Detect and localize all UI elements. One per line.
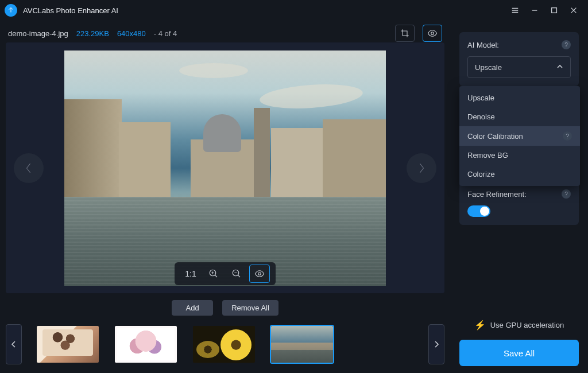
thumbnail-3[interactable] <box>193 326 255 363</box>
thumbnail-4[interactable] <box>271 326 333 363</box>
ai-model-dropdown: Upscale Denoise Color Calibration ? Remo… <box>459 86 580 186</box>
hamburger-menu-button[interactable] <box>505 2 525 19</box>
file-size: 223.29KB <box>76 29 109 38</box>
maximize-button[interactable] <box>544 2 564 19</box>
thumb-scroll-left[interactable] <box>6 324 22 364</box>
model-option-color-calibration[interactable]: Color Calibration ? <box>459 126 580 146</box>
svg-point-1 <box>431 32 434 35</box>
help-icon[interactable]: ? <box>562 40 571 49</box>
gpu-label: Use GPU acceleration <box>490 321 564 329</box>
ai-model-select[interactable]: Upscale <box>467 56 571 78</box>
minimize-button[interactable] <box>525 2 544 19</box>
preview-image <box>64 50 386 286</box>
zoom-in-button[interactable] <box>203 265 224 283</box>
crop-button[interactable] <box>395 25 415 42</box>
file-dimensions: 640x480 <box>117 29 146 38</box>
ai-model-panel: AI Model: ? Upscale Upscale Denoise Colo… <box>459 32 579 86</box>
prev-image-button[interactable] <box>14 153 44 183</box>
option-label: Color Calibration <box>467 132 523 141</box>
compare-preview-button[interactable] <box>249 265 270 283</box>
model-option-upscale[interactable]: Upscale <box>459 88 580 107</box>
thumbnail-1[interactable] <box>37 326 99 363</box>
face-refinement-label: Face Refinement: <box>467 190 527 199</box>
bolt-icon: ⚡ <box>474 320 486 331</box>
image-preview-area: 1:1 <box>6 42 444 293</box>
add-button[interactable]: Add <box>172 300 213 316</box>
model-option-denoise[interactable]: Denoise <box>459 107 580 126</box>
file-info-bar: demo-image-4.jpg 223.29KB 640x480 - 4 of… <box>6 24 444 42</box>
zoom-fit-button[interactable]: 1:1 <box>180 265 201 283</box>
zoom-toolbar: 1:1 <box>175 262 276 285</box>
gpu-acceleration-row[interactable]: ⚡ Use GPU acceleration <box>459 320 579 331</box>
model-option-colorize[interactable]: Colorize <box>459 165 580 184</box>
next-image-button[interactable] <box>407 153 436 183</box>
thumbnail-2[interactable] <box>115 326 177 363</box>
face-refinement-panel: Face Refinement: ? <box>459 181 579 225</box>
app-title: AVCLabs Photo Enhancer AI <box>23 6 505 15</box>
model-option-remove-bg[interactable]: Remove BG <box>459 146 580 165</box>
file-index: - 4 of 4 <box>154 29 177 38</box>
title-bar: AVCLabs Photo Enhancer AI <box>0 0 588 21</box>
svg-point-4 <box>258 273 261 275</box>
ai-model-label: AI Model: <box>467 41 499 49</box>
save-all-button[interactable]: Save All <box>459 340 579 366</box>
ai-model-selected: Upscale <box>475 63 502 72</box>
thumb-scroll-right[interactable] <box>428 324 444 364</box>
svg-rect-0 <box>552 8 557 13</box>
close-button[interactable] <box>564 2 583 19</box>
app-logo-icon <box>5 4 17 17</box>
preview-toggle-button[interactable] <box>423 25 442 42</box>
zoom-out-button[interactable] <box>226 265 247 283</box>
face-refinement-toggle[interactable] <box>467 205 490 217</box>
chevron-up-icon <box>556 63 563 72</box>
help-icon[interactable]: ? <box>563 131 572 141</box>
file-name: demo-image-4.jpg <box>8 29 68 38</box>
remove-all-button[interactable]: Remove All <box>222 300 278 316</box>
help-icon[interactable]: ? <box>562 189 571 199</box>
